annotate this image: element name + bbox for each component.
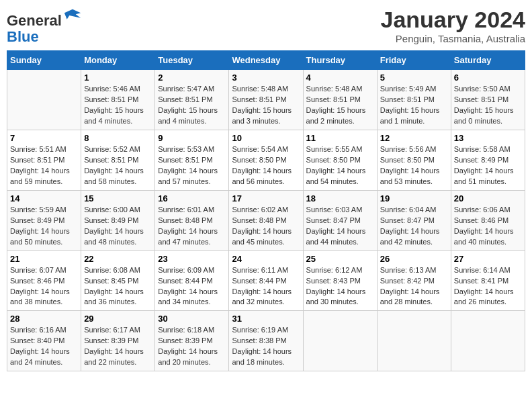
cell-info: Sunrise: 5:55 AM Sunset: 8:50 PM Dayligh… <box>306 144 374 187</box>
cell-info: Sunrise: 6:14 AM Sunset: 8:41 PM Dayligh… <box>454 265 522 308</box>
cell-info: Sunrise: 5:46 AM Sunset: 8:51 PM Dayligh… <box>84 84 152 127</box>
date-number: 6 <box>454 73 522 83</box>
cell-info: Sunrise: 5:53 AM Sunset: 8:51 PM Dayligh… <box>158 144 226 187</box>
cell-info: Sunrise: 5:51 AM Sunset: 8:51 PM Dayligh… <box>10 144 78 187</box>
date-number: 28 <box>10 314 78 324</box>
cell-info: Sunrise: 5:58 AM Sunset: 8:49 PM Dayligh… <box>454 144 522 187</box>
col-saturday: Saturday <box>451 51 525 70</box>
calendar-cell: 10Sunrise: 5:54 AM Sunset: 8:50 PM Dayli… <box>229 130 303 191</box>
date-number: 8 <box>84 133 152 143</box>
calendar-cell: 19Sunrise: 6:04 AM Sunset: 8:47 PM Dayli… <box>377 190 451 250</box>
cell-info: Sunrise: 5:50 AM Sunset: 8:51 PM Dayligh… <box>454 84 522 127</box>
cell-info: Sunrise: 6:08 AM Sunset: 8:45 PM Dayligh… <box>84 265 152 308</box>
date-number: 11 <box>306 133 374 143</box>
date-number: 22 <box>84 254 152 264</box>
logo-blue-text: Blue <box>7 28 39 45</box>
col-wednesday: Wednesday <box>229 51 303 70</box>
calendar-cell: 15Sunrise: 6:00 AM Sunset: 8:49 PM Dayli… <box>81 190 155 250</box>
date-number: 26 <box>380 254 448 264</box>
date-number: 30 <box>158 314 226 324</box>
calendar-cell: 25Sunrise: 6:12 AM Sunset: 8:43 PM Dayli… <box>303 250 377 311</box>
calendar-cell: 6Sunrise: 5:50 AM Sunset: 8:51 PM Daylig… <box>451 70 525 130</box>
calendar-cell: 21Sunrise: 6:07 AM Sunset: 8:46 PM Dayli… <box>7 250 81 311</box>
page-header: General Blue January 2024 Penguin, Tasma… <box>7 7 525 45</box>
logo: General Blue <box>7 7 82 45</box>
date-number: 3 <box>232 73 300 83</box>
cell-info: Sunrise: 6:18 AM Sunset: 8:39 PM Dayligh… <box>158 325 226 368</box>
calendar-header: Sunday Monday Tuesday Wednesday Thursday… <box>7 51 525 70</box>
date-number: 18 <box>306 193 374 203</box>
date-number: 31 <box>232 314 300 324</box>
date-number: 29 <box>84 314 152 324</box>
cell-info: Sunrise: 6:17 AM Sunset: 8:39 PM Dayligh… <box>84 325 152 368</box>
calendar-cell: 17Sunrise: 6:02 AM Sunset: 8:48 PM Dayli… <box>229 190 303 250</box>
calendar-cell: 26Sunrise: 6:13 AM Sunset: 8:42 PM Dayli… <box>377 250 451 311</box>
calendar-row: 28Sunrise: 6:16 AM Sunset: 8:40 PM Dayli… <box>7 311 525 371</box>
cell-info: Sunrise: 6:13 AM Sunset: 8:42 PM Dayligh… <box>380 265 448 308</box>
date-number: 19 <box>380 193 448 203</box>
cell-info: Sunrise: 5:59 AM Sunset: 8:49 PM Dayligh… <box>10 205 78 248</box>
calendar-cell: 29Sunrise: 6:17 AM Sunset: 8:39 PM Dayli… <box>81 311 155 371</box>
calendar-cell: 24Sunrise: 6:11 AM Sunset: 8:44 PM Dayli… <box>229 250 303 311</box>
calendar-cell: 20Sunrise: 6:06 AM Sunset: 8:46 PM Dayli… <box>451 190 525 250</box>
cell-info: Sunrise: 6:09 AM Sunset: 8:44 PM Dayligh… <box>158 265 226 308</box>
calendar-cell: 9Sunrise: 5:53 AM Sunset: 8:51 PM Daylig… <box>155 130 229 191</box>
date-number: 24 <box>232 254 300 264</box>
calendar-cell: 30Sunrise: 6:18 AM Sunset: 8:39 PM Dayli… <box>155 311 229 371</box>
title-area: January 2024 Penguin, Tasmania, Australi… <box>381 7 526 44</box>
date-number: 20 <box>454 193 522 203</box>
page-title: January 2024 <box>381 7 526 33</box>
date-number: 13 <box>454 133 522 143</box>
calendar-table: Sunday Monday Tuesday Wednesday Thursday… <box>7 50 525 371</box>
cell-info: Sunrise: 6:04 AM Sunset: 8:47 PM Dayligh… <box>380 205 448 248</box>
col-thursday: Thursday <box>303 51 377 70</box>
col-sunday: Sunday <box>7 51 81 70</box>
calendar-cell: 3Sunrise: 5:48 AM Sunset: 8:51 PM Daylig… <box>229 70 303 130</box>
cell-info: Sunrise: 5:48 AM Sunset: 8:51 PM Dayligh… <box>306 84 374 127</box>
calendar-cell <box>377 311 451 371</box>
date-number: 12 <box>380 133 448 143</box>
date-number: 15 <box>84 193 152 203</box>
date-number: 17 <box>232 193 300 203</box>
date-number: 9 <box>158 133 226 143</box>
cell-info: Sunrise: 6:19 AM Sunset: 8:38 PM Dayligh… <box>232 325 300 368</box>
cell-info: Sunrise: 6:07 AM Sunset: 8:46 PM Dayligh… <box>10 265 78 308</box>
cell-info: Sunrise: 5:48 AM Sunset: 8:51 PM Dayligh… <box>232 84 300 127</box>
calendar-cell: 14Sunrise: 5:59 AM Sunset: 8:49 PM Dayli… <box>7 190 81 250</box>
calendar-cell: 16Sunrise: 6:01 AM Sunset: 8:48 PM Dayli… <box>155 190 229 250</box>
calendar-cell: 1Sunrise: 5:46 AM Sunset: 8:51 PM Daylig… <box>81 70 155 130</box>
logo-bird-icon <box>63 7 82 26</box>
cell-info: Sunrise: 6:03 AM Sunset: 8:47 PM Dayligh… <box>306 205 374 248</box>
cell-info: Sunrise: 5:56 AM Sunset: 8:50 PM Dayligh… <box>380 144 448 187</box>
cell-info: Sunrise: 5:49 AM Sunset: 8:51 PM Dayligh… <box>380 84 448 127</box>
page-subtitle: Penguin, Tasmania, Australia <box>381 33 526 44</box>
date-number: 27 <box>454 254 522 264</box>
calendar-cell: 22Sunrise: 6:08 AM Sunset: 8:45 PM Dayli… <box>81 250 155 311</box>
date-number: 1 <box>84 73 152 83</box>
calendar-cell: 7Sunrise: 5:51 AM Sunset: 8:51 PM Daylig… <box>7 130 81 191</box>
calendar-cell: 11Sunrise: 5:55 AM Sunset: 8:50 PM Dayli… <box>303 130 377 191</box>
cell-info: Sunrise: 5:47 AM Sunset: 8:51 PM Dayligh… <box>158 84 226 127</box>
cell-info: Sunrise: 6:12 AM Sunset: 8:43 PM Dayligh… <box>306 265 374 308</box>
cell-info: Sunrise: 6:11 AM Sunset: 8:44 PM Dayligh… <box>232 265 300 308</box>
cell-info: Sunrise: 6:02 AM Sunset: 8:48 PM Dayligh… <box>232 205 300 248</box>
calendar-row: 7Sunrise: 5:51 AM Sunset: 8:51 PM Daylig… <box>7 130 525 191</box>
date-number: 2 <box>158 73 226 83</box>
calendar-row: 14Sunrise: 5:59 AM Sunset: 8:49 PM Dayli… <box>7 190 525 250</box>
cell-info: Sunrise: 5:52 AM Sunset: 8:51 PM Dayligh… <box>84 144 152 187</box>
date-number: 5 <box>380 73 448 83</box>
calendar-cell <box>451 311 525 371</box>
col-monday: Monday <box>81 51 155 70</box>
calendar-cell: 27Sunrise: 6:14 AM Sunset: 8:41 PM Dayli… <box>451 250 525 311</box>
cell-info: Sunrise: 5:54 AM Sunset: 8:50 PM Dayligh… <box>232 144 300 187</box>
logo-general-text: General <box>7 12 62 29</box>
cell-info: Sunrise: 6:01 AM Sunset: 8:48 PM Dayligh… <box>158 205 226 248</box>
date-number: 4 <box>306 73 374 83</box>
date-number: 10 <box>232 133 300 143</box>
calendar-cell: 23Sunrise: 6:09 AM Sunset: 8:44 PM Dayli… <box>155 250 229 311</box>
date-number: 23 <box>158 254 226 264</box>
header-row: Sunday Monday Tuesday Wednesday Thursday… <box>7 51 525 70</box>
date-number: 14 <box>10 193 78 203</box>
calendar-row: 21Sunrise: 6:07 AM Sunset: 8:46 PM Dayli… <box>7 250 525 311</box>
calendar-cell: 8Sunrise: 5:52 AM Sunset: 8:51 PM Daylig… <box>81 130 155 191</box>
